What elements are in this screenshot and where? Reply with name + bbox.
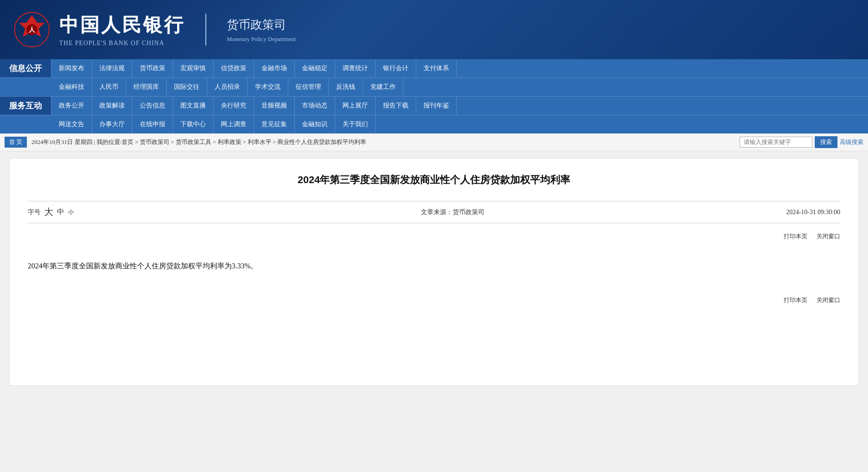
nav-item-academic[interactable]: 学术交流	[248, 78, 288, 96]
nav-item-about[interactable]: 关于我们	[335, 115, 376, 133]
nav-item-download[interactable]: 下载中心	[173, 115, 214, 133]
nav-section-label-1: 信息公开	[0, 59, 51, 77]
print-button-bottom[interactable]: 打印本页	[784, 296, 807, 304]
nav-item-law[interactable]: 法律法规	[92, 59, 133, 77]
nav-row-1: 信息公开 新闻发布 法律法规 货币政策 宏观审慎 信贷政策 金融市场 金融稳定 …	[0, 59, 868, 77]
nav-item-macro[interactable]: 宏观审慎	[173, 59, 214, 77]
nav-item-credit[interactable]: 信贷政策	[214, 59, 254, 77]
search-button[interactable]: 搜索	[815, 136, 837, 148]
article-meta: 字号 大 中 小 文章来源：货币政策司 2024-10-31 09:30:00	[28, 201, 840, 223]
nav-item-payment[interactable]: 支付体系	[416, 59, 457, 77]
nav-item-monetary[interactable]: 货币政策	[133, 59, 173, 77]
nav-item-news[interactable]: 新闻发布	[51, 59, 92, 77]
nav-item-announcements[interactable]: 公告信息	[133, 97, 173, 115]
article-body: 2024年第三季度全国新发放商业性个人住房贷款加权平均利率为3.33%。	[28, 250, 840, 282]
nav-items-row3: 政务公开 政策解读 公告信息 图文直播 央行研究 音频视频 市场动态 网上展厅 …	[51, 97, 868, 115]
nav-item-research[interactable]: 央行研究	[214, 97, 254, 115]
nav-item-fin-knowledge[interactable]: 金融知识	[295, 115, 335, 133]
source-label: 文章来源：	[421, 209, 453, 215]
font-large-button[interactable]: 大	[44, 206, 53, 218]
dept-name-chinese: 货币政策司	[227, 17, 296, 33]
nav-item-treasury[interactable]: 经理国库	[126, 78, 167, 96]
nav-section-label-2: 服务互动	[0, 97, 51, 115]
breadcrumb-path: 2024年10月31日 星期四 | 我的位置:首页 > 货币政策司 > 货币政策…	[31, 138, 735, 147]
font-medium-button[interactable]: 中	[57, 207, 64, 217]
nav-item-banking[interactable]: 银行会计	[376, 59, 416, 77]
source-value: 货币政策司	[453, 209, 485, 215]
nav-item-fintech[interactable]: 金融科技	[51, 78, 92, 96]
nav-item-international[interactable]: 国际交往	[167, 78, 207, 96]
nav-item-policy-interp[interactable]: 政策解读	[92, 97, 133, 115]
bank-name-english: THE PEOPLE'S BANK OF CHINA	[59, 40, 185, 47]
bank-name-area: 中国人民银行 THE PEOPLE'S BANK OF CHINA	[59, 12, 185, 47]
article-actions-top: 打印本页 关闭窗口	[28, 232, 840, 241]
nav-item-recruitment[interactable]: 人员招录	[207, 78, 248, 96]
main-content: 2024年第三季度全国新发放商业性个人住房贷款加权平均利率 字号 大 中 小 文…	[9, 158, 859, 386]
nav-item-credit-mgmt[interactable]: 征信管理	[288, 78, 329, 96]
breadcrumb-bar: 首 页 2024年10月31日 星期四 | 我的位置:首页 > 货币政策司 > …	[0, 133, 868, 151]
article-title: 2024年第三季度全国新发放商业性个人住房贷款加权平均利率	[28, 172, 840, 187]
font-small-button[interactable]: 小	[68, 208, 74, 216]
print-button-top[interactable]: 打印本页	[784, 232, 807, 241]
nav-row-2: 信息公开 金融科技 人民币 经理国库 国际交往 人员招录 学术交流 征信管理 反…	[0, 77, 868, 96]
nav-row-3: 服务互动 政务公开 政策解读 公告信息 图文直播 央行研究 音频视频 市场动态 …	[0, 96, 868, 115]
nav-item-gov-open[interactable]: 政务公开	[51, 97, 92, 115]
nav-item-survey2[interactable]: 网上调查	[214, 115, 254, 133]
nav-items-row2: 金融科技 人民币 经理国库 国际交往 人员招录 学术交流 征信管理 反洗钱 党建…	[51, 78, 868, 96]
home-button[interactable]: 首 页	[5, 137, 27, 148]
nav-items-row1: 新闻发布 法律法规 货币政策 宏观审慎 信贷政策 金融市场 金融稳定 调查统计 …	[51, 59, 868, 77]
nav-item-rmb[interactable]: 人民币	[92, 78, 126, 96]
font-size-control: 字号 大 中 小	[28, 206, 119, 218]
article-date: 2024-10-31 09:30:00	[786, 209, 840, 216]
pboc-emblem-icon: 人	[14, 11, 50, 48]
nav-item-feedback[interactable]: 意见征集	[254, 115, 295, 133]
bank-name-chinese: 中国人民银行	[59, 12, 185, 38]
nav-item-online-submit[interactable]: 在线申报	[133, 115, 173, 133]
nav-item-aml[interactable]: 反洗钱	[329, 78, 363, 96]
article-source: 文章来源：货币政策司	[119, 208, 786, 216]
close-button-bottom[interactable]: 关闭窗口	[817, 296, 840, 304]
font-size-label: 字号	[28, 208, 41, 216]
header-divider	[205, 14, 206, 46]
nav-item-livestream[interactable]: 图文直播	[173, 97, 214, 115]
nav-container: 信息公开 新闻发布 法律法规 货币政策 宏观审慎 信贷政策 金融市场 金融稳定 …	[0, 59, 868, 133]
nav-item-financial-market[interactable]: 金融市场	[254, 59, 295, 77]
page-header: 人 中国人民银行 THE PEOPLE'S BANK OF CHINA 货币政策…	[0, 0, 868, 59]
nav-items-row4: 网送文告 办事大厅 在线申报 下载中心 网上调查 意见征集 金融知识 关于我们	[51, 115, 868, 133]
nav-item-exhibition[interactable]: 网上展厅	[335, 97, 376, 115]
close-button-top[interactable]: 关闭窗口	[817, 232, 840, 241]
nav-item-party[interactable]: 党建工作	[363, 78, 403, 96]
nav-item-doc-send[interactable]: 网送文告	[51, 115, 92, 133]
nav-item-financial-stability[interactable]: 金融稳定	[295, 59, 335, 77]
logo-area: 人 中国人民银行 THE PEOPLE'S BANK OF CHINA 货币政策…	[14, 11, 296, 48]
search-input[interactable]	[740, 137, 812, 148]
dept-area: 货币政策司 Monetary Policy Department	[227, 17, 296, 43]
dept-name-english: Monetary Policy Department	[227, 36, 296, 43]
nav-row-4: 服务互动 网送文告 办事大厅 在线申报 下载中心 网上调查 意见征集 金融知识 …	[0, 115, 868, 133]
article-actions-bottom: 打印本页 关闭窗口	[28, 296, 840, 304]
nav-item-media[interactable]: 音频视频	[254, 97, 295, 115]
nav-item-reports[interactable]: 报告下载	[376, 97, 416, 115]
nav-item-yearbook[interactable]: 报刊年鉴	[416, 97, 457, 115]
nav-item-service-hall[interactable]: 办事大厅	[92, 115, 133, 133]
svg-text:人: 人	[28, 26, 36, 33]
nav-item-market-news[interactable]: 市场动态	[295, 97, 335, 115]
nav-item-survey[interactable]: 调查统计	[335, 59, 376, 77]
advanced-search-link[interactable]: 高级搜索	[840, 138, 863, 146]
search-area: 搜索 高级搜索	[740, 136, 863, 148]
